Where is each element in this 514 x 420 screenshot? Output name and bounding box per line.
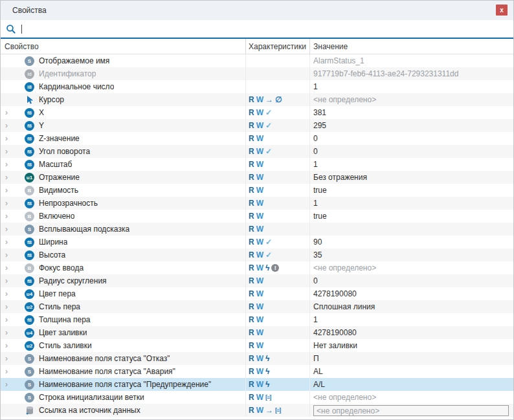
property-cell: ›SНаименование поля статуса "Авария" (1, 365, 245, 378)
flag-R: R (249, 134, 254, 143)
flag-R: R (249, 289, 254, 298)
characteristics-cell: RW (245, 158, 309, 171)
flag-R: R (249, 95, 254, 104)
expander-chevron-icon[interactable]: › (5, 249, 14, 261)
expander-chevron-icon[interactable]: › (5, 261, 14, 274)
flag-flash-icon: ϟ (265, 367, 269, 376)
expander-chevron-icon[interactable]: › (5, 145, 14, 158)
expander-chevron-icon[interactable]: › (5, 287, 14, 300)
value-text: true (313, 212, 327, 221)
property-row[interactable]: ›f8Толщина пераRW1 (1, 313, 513, 326)
expander-chevron-icon[interactable]: › (5, 184, 14, 197)
flag-W: W (256, 199, 263, 208)
expander-chevron-icon[interactable]: › (5, 352, 14, 365)
property-row[interactable]: ›i8Кардинальное число1 (1, 80, 513, 93)
expander-chevron-icon[interactable]: › (5, 197, 14, 210)
characteristics-cell: RW→∅ (245, 93, 309, 106)
property-row[interactable]: ›f8YRW✓295 (1, 119, 513, 132)
type-icon-f8: f8 (25, 199, 34, 208)
flag-info-icon: ! (271, 264, 279, 272)
close-button[interactable]: x (496, 5, 508, 16)
flag-W: W (256, 147, 263, 156)
characteristics-cell: RW (245, 313, 309, 326)
property-row[interactable]: ›u1ОтражениеRWБез отражения (1, 171, 513, 184)
expander-chevron-icon[interactable]: › (5, 236, 14, 249)
flag-arrow-icon: → (265, 95, 273, 104)
property-row[interactable]: ›SВсплывающая подсказкаRW (1, 223, 513, 236)
property-row[interactable]: ›f8Угол поворотаRW✓0 (1, 145, 513, 158)
property-row[interactable]: ›SНаименование поля статуса "Авария"RWϟA… (1, 365, 513, 378)
characteristics-cell: RW (245, 287, 309, 300)
property-cell: ›Ссылка на источник данных (1, 404, 245, 417)
value-cell: 90 (309, 236, 513, 249)
type-icon-f8: f8 (25, 315, 34, 325)
characteristics-cell: RWϟ (245, 365, 309, 378)
property-row[interactable]: ›f8ШиринаRW✓90 (1, 236, 513, 249)
property-row[interactable]: ›BФокус вводаRWϟ!<не определено> (1, 261, 513, 274)
value-text: 4278190080 (313, 328, 357, 337)
property-row[interactable]: ›u4Цвет заливкиRW4278190080 (1, 326, 513, 339)
property-row[interactable]: ›BВидимостьRWtrue (1, 184, 513, 197)
property-row[interactable]: ›f8Радиус скругленияRW0 (1, 274, 513, 287)
property-row[interactable]: ›u2Стиль заливкиRWНет заливки (1, 339, 513, 352)
expander-chevron-icon[interactable]: › (5, 171, 14, 184)
expander-chevron-icon[interactable]: › (5, 378, 14, 391)
characteristics-cell: RW (245, 274, 309, 287)
type-icon-s: S (25, 380, 34, 390)
flag-W: W (256, 315, 263, 324)
expander-chevron-icon[interactable]: › (5, 132, 14, 145)
expander-chevron-icon[interactable]: › (5, 313, 14, 326)
characteristics-cell: RWϟ! (245, 261, 309, 274)
property-row[interactable]: ›idИдентификатор917719b7-feb6-4113-ae24-… (1, 67, 513, 80)
property-label: Наименование поля статуса "Предупреждени… (39, 380, 211, 389)
property-row[interactable]: ›f8МасштабRW1 (1, 158, 513, 171)
characteristics-cell (245, 54, 309, 67)
expander-chevron-icon[interactable]: › (5, 158, 14, 171)
value-input-box[interactable]: <не определено> (313, 405, 509, 416)
value-cell: 0 (309, 274, 513, 287)
value-text: 917719b7-feb6-4113-ae24-7293231311dd (313, 69, 458, 78)
search-bar (1, 20, 513, 39)
property-row[interactable]: ›КурсорRW→∅<не определено> (1, 93, 513, 106)
property-row[interactable]: ›u4Цвет пераRW4278190080 (1, 287, 513, 300)
flag-R: R (249, 302, 254, 311)
flag-W: W (256, 263, 263, 272)
property-cell: ›u4Цвет заливки (1, 326, 245, 339)
expander-chevron-icon[interactable]: › (5, 106, 14, 119)
characteristics-cell: RWϟ (245, 378, 309, 391)
cursor-arrow-icon (25, 95, 34, 105)
property-row[interactable]: ›u2Стиль пераRWСплошная линия (1, 300, 513, 313)
type-icon-s: S (25, 393, 34, 403)
flag-W: W (256, 393, 263, 402)
property-cell: ›f8Непрозрачность (1, 197, 245, 210)
expander-chevron-icon[interactable]: › (5, 210, 14, 223)
flag-R: R (249, 393, 254, 402)
characteristics-cell: RW[≡] (245, 391, 309, 404)
value-cell: 1 (309, 158, 513, 171)
expander-chevron-icon[interactable]: › (5, 274, 14, 287)
property-row[interactable]: ›BВключеноRWtrue (1, 210, 513, 223)
expander-chevron-icon[interactable]: › (5, 365, 14, 378)
property-row[interactable]: ›SНаименование поля статуса "Отказ"RWϟП (1, 352, 513, 365)
property-row[interactable]: ›SОтображаемое имяAlarmStatus_1 (1, 54, 513, 67)
expander-chevron-icon[interactable]: › (5, 223, 14, 236)
value-cell: true (309, 184, 513, 197)
property-row[interactable]: ›f8Z-значениеRW0 (1, 132, 513, 145)
characteristics-cell: RW (245, 326, 309, 339)
property-row[interactable]: ›Ссылка на источник данныхRW→[≡]<не опре… (1, 404, 513, 417)
property-row[interactable]: ›f8НепрозрачностьRW1 (1, 197, 513, 210)
search-input[interactable] (22, 23, 513, 36)
property-row[interactable]: ›f8XRW✓381 (1, 106, 513, 119)
property-label: Высота (39, 250, 65, 260)
flag-flash-icon: ϟ (265, 354, 269, 363)
property-row[interactable]: ›SСтрока инициализации веткиRW[≡]<не опр… (1, 391, 513, 404)
value-cell: 295 (309, 119, 513, 132)
property-row[interactable]: ›f8ВысотаRW✓35 (1, 249, 513, 261)
expander-chevron-icon[interactable]: › (5, 326, 14, 339)
expander-chevron-icon[interactable]: › (5, 300, 14, 313)
property-row[interactable]: ›SНаименование поля статуса "Предупрежде… (1, 378, 513, 391)
type-icon-f8: f8 (25, 238, 34, 247)
expander-chevron-icon[interactable]: › (5, 339, 14, 352)
expander-chevron-icon[interactable]: › (5, 119, 14, 132)
property-cell: ›f8Высота (1, 249, 245, 261)
